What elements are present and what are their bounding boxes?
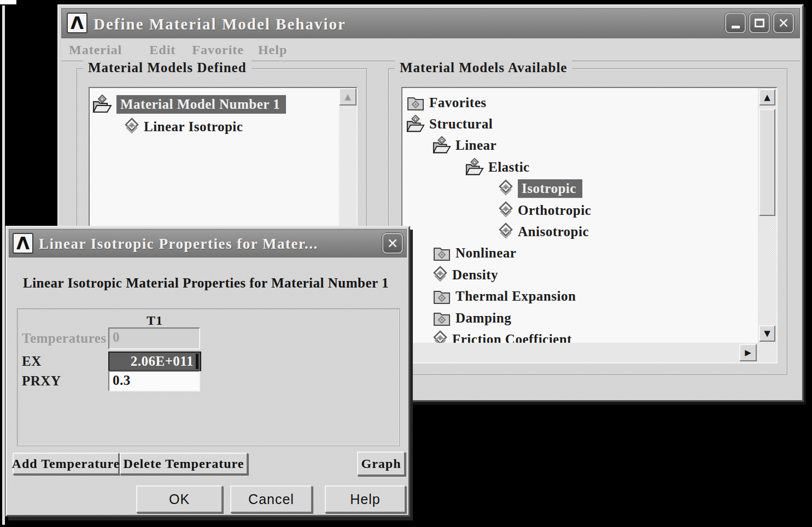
defined-panel-label: Material Models Defined (83, 60, 252, 75)
maximize-button[interactable] (749, 13, 770, 33)
add-temperature-button[interactable]: Add Temperature (13, 453, 119, 475)
ok-button[interactable]: OK (136, 485, 223, 513)
dialog-titlebar: Λ Linear Isotropic Properties for Mater.… (9, 229, 407, 257)
available-panel-label: Material Models Available (395, 60, 572, 75)
prxy-field[interactable]: 0.3 (108, 371, 200, 391)
scroll-down-button[interactable]: ▼ (759, 325, 775, 342)
tree-item-label: Elastic (488, 160, 530, 175)
scroll-up-icon: ▲ (764, 93, 770, 102)
close-icon: ✕ (387, 236, 399, 251)
maximize-icon (755, 19, 764, 27)
tree-item-elastic[interactable]: Elastic (402, 156, 758, 178)
scroll-up-icon: ▲ (344, 93, 351, 101)
dialog-heading: Linear Isotropic Material Properties for… (23, 276, 389, 291)
material-property-diamond-icon (432, 266, 448, 284)
ansys-logo-icon: Λ (67, 13, 87, 33)
closed-folder-icon (432, 309, 452, 327)
tree-item-friction-coefficient[interactable]: Friction Coefficient (402, 329, 758, 343)
open-folder-icon (92, 95, 113, 114)
tree-item-thermal-expansion[interactable]: Thermal Expansion (402, 286, 758, 307)
delete-temperature-button[interactable]: Delete Temperature (120, 453, 248, 475)
tree-item-damping[interactable]: Damping (402, 307, 758, 329)
closed-folder-icon (406, 93, 425, 112)
close-button[interactable]: ✕ (773, 13, 794, 33)
tree-item-label: Thermal Expansion (455, 289, 576, 304)
material-property-diamond-icon (498, 179, 514, 198)
row-label-prxy: PRXY (22, 373, 61, 389)
tree-item-structural[interactable]: Structural (402, 113, 758, 134)
tree-item-label: Friction Coefficient (452, 332, 572, 343)
row-label-temperatures: Temperatures (22, 331, 107, 346)
tree-item-label: Structural (429, 116, 493, 132)
available-tree-content: Favorites Structural (402, 88, 758, 343)
ex-field[interactable]: 2.06E+011 (108, 352, 201, 371)
temperatures-field[interactable]: 0 (108, 327, 200, 349)
main-titlebar: Λ Define Material Model Behavior ✕ (61, 8, 800, 38)
main-menubar: Material Edit Favorite Help (61, 39, 800, 62)
tree-item-anisotropic[interactable]: Anisotropic (402, 221, 758, 242)
tree-item-label: Anisotropic (518, 224, 589, 239)
tree-item-label: Isotropic (518, 179, 582, 198)
tree-item-isotropic[interactable]: Isotropic (402, 178, 758, 200)
tree-item-label: Density (452, 267, 498, 283)
graph-button[interactable]: Graph (357, 452, 405, 476)
row-label-ex: EX (22, 354, 42, 369)
desktop-edge-strip (2, 5, 5, 525)
tree-item-favorites[interactable]: Favorites (402, 92, 758, 113)
scroll-down-icon: ▼ (764, 330, 770, 338)
tree-item-orthotropic[interactable]: Orthotropic (402, 200, 758, 221)
tree-item-label: Material Model Number 1 (116, 95, 286, 114)
scroll-right-button[interactable]: ▶ (739, 344, 757, 361)
scroll-right-icon: ▶ (745, 349, 751, 357)
material-property-diamond-icon (432, 330, 448, 343)
tree-item-linear-isotropic[interactable]: Linear Isotropic (90, 116, 339, 138)
menu-material[interactable]: Material (69, 43, 122, 57)
tree-item-label: Nonlinear (455, 245, 516, 261)
tree-item-label: Damping (455, 311, 511, 326)
material-property-diamond-icon (498, 201, 514, 220)
ex-field-value: 2.06E+011 (131, 354, 194, 368)
open-folder-icon (432, 136, 452, 155)
tree-item-label: Favorites (429, 95, 486, 110)
minimize-button[interactable] (725, 13, 746, 33)
tree-item-label: Linear Isotropic (144, 119, 243, 134)
properties-dialog: Λ Linear Isotropic Properties for Mater.… (5, 226, 410, 517)
material-property-diamond-icon (124, 118, 140, 136)
cancel-button[interactable]: Cancel (230, 485, 312, 513)
desktop-top-notch (0, 0, 16, 4)
material-property-diamond-icon (498, 222, 514, 241)
close-icon: ✕ (778, 15, 790, 31)
tree-item-linear[interactable]: Linear (402, 135, 758, 156)
available-tree-hscrollbar[interactable]: ▶ (402, 343, 758, 362)
available-tree-vscrollbar[interactable]: ▲ ▼ (758, 88, 776, 343)
ansys-logo-icon: Λ (13, 233, 33, 254)
closed-folder-icon (432, 244, 452, 262)
scroll-up-button[interactable]: ▲ (759, 89, 775, 106)
tree-item-nonlinear[interactable]: Nonlinear (402, 243, 758, 264)
vscroll-thumb[interactable] (759, 109, 775, 216)
menu-edit[interactable]: Edit (149, 43, 176, 57)
available-tree: Favorites Structural (401, 87, 778, 364)
closed-folder-icon (432, 287, 452, 306)
tree-item-density[interactable]: Density (402, 264, 758, 285)
main-window-title: Define Material Model Behavior (94, 15, 346, 33)
minimize-icon (732, 26, 740, 28)
column-header-t1: T1 (108, 313, 201, 328)
menu-favorite[interactable]: Favorite (192, 43, 244, 57)
scroll-up-button[interactable]: ▲ (339, 88, 357, 106)
open-folder-icon (465, 158, 484, 177)
scrollbar-corner (758, 343, 776, 362)
help-button[interactable]: Help (325, 485, 406, 513)
text-cursor (196, 354, 198, 369)
tree-item-material-model-1[interactable]: Material Model Number 1 (90, 93, 339, 116)
available-panel: Material Models Available Fav (388, 68, 788, 376)
tree-item-label: Orthotropic (518, 203, 591, 218)
open-folder-icon (406, 115, 425, 133)
property-table: T1 Temperatures 0 EX 2.06E+011 PRXY 0.3 (17, 308, 400, 446)
menu-help[interactable]: Help (258, 43, 287, 57)
dialog-title: Linear Isotropic Properties for Mater... (39, 236, 318, 253)
tree-item-label: Linear (455, 138, 496, 153)
dialog-close-button[interactable]: ✕ (382, 233, 403, 254)
